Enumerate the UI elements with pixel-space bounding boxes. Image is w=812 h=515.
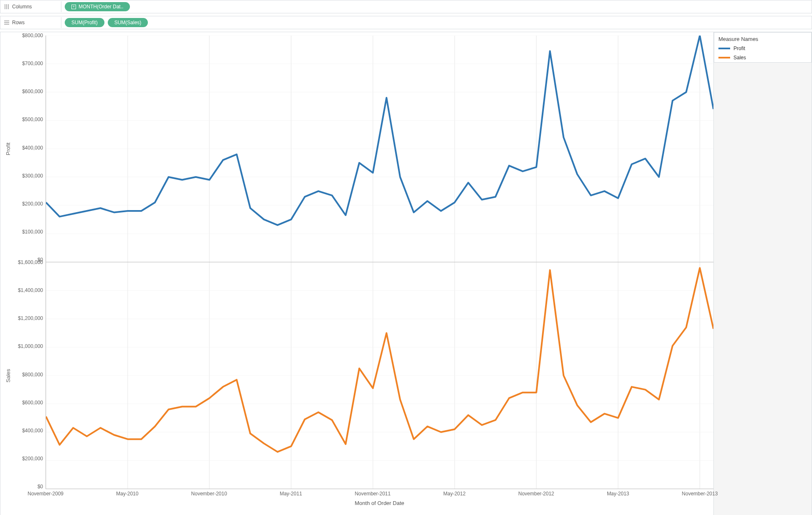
shelves: Columns +MONTH(Order Dat.. Rows SUM(Prof… bbox=[0, 0, 812, 32]
sales-chart-row: Sales $1,600,000$1,400,000$1,200,000$1,0… bbox=[4, 262, 713, 489]
legend-item-profit[interactable]: Profit bbox=[714, 44, 811, 53]
rows-shelf-label: Rows bbox=[3, 17, 61, 28]
profit-plot[interactable] bbox=[46, 36, 713, 262]
legend-title: Measure Names bbox=[714, 33, 811, 44]
x-tick: May-2012 bbox=[443, 491, 465, 497]
profit-chart-row: Profit $800,000$700,000$600,000$500,000$… bbox=[4, 36, 713, 262]
x-tick: November-2013 bbox=[682, 491, 718, 497]
columns-pill-label-0: MONTH(Order Dat.. bbox=[79, 4, 123, 10]
columns-pill-area[interactable]: +MONTH(Order Dat.. bbox=[65, 2, 130, 11]
sales-y-axis-label: Sales bbox=[5, 369, 11, 383]
columns-shelf-label: Columns bbox=[3, 1, 61, 12]
profit-y-axis-title: Profit bbox=[4, 36, 12, 262]
x-axis: Month of Order Date November-2009May-201… bbox=[4, 489, 713, 512]
x-axis-ticks: Month of Order Date November-2009May-201… bbox=[46, 489, 713, 512]
x-tick: November-2011 bbox=[355, 491, 391, 497]
visualization-area: Profit $800,000$700,000$600,000$500,000$… bbox=[0, 32, 812, 515]
legend-panel: Measure Names ProfitSales bbox=[713, 32, 812, 515]
rows-icon bbox=[4, 20, 10, 25]
rows-pill-label-1: SUM(Sales) bbox=[114, 20, 142, 25]
profit-y-ticks: $800,000$700,000$600,000$500,000$400,000… bbox=[12, 36, 46, 262]
legend-swatch-icon bbox=[718, 48, 730, 49]
sales-plot[interactable] bbox=[46, 262, 713, 489]
sales-line[interactable] bbox=[46, 268, 713, 452]
x-axis-title: Month of Order Date bbox=[355, 500, 404, 506]
chart-zone: Profit $800,000$700,000$600,000$500,000$… bbox=[0, 32, 713, 515]
rows-pill-area[interactable]: SUM(Profit)SUM(Sales) bbox=[65, 18, 148, 27]
x-tick: November-2009 bbox=[28, 491, 63, 497]
columns-shelf[interactable]: Columns +MONTH(Order Dat.. bbox=[0, 0, 812, 13]
legend-item-label: Profit bbox=[733, 46, 745, 51]
legend-item-label: Sales bbox=[733, 55, 746, 61]
x-tick: November-2012 bbox=[518, 491, 554, 497]
profit-y-axis-label: Profit bbox=[5, 142, 11, 155]
x-tick: May-2013 bbox=[607, 491, 629, 497]
rows-shelf[interactable]: Rows SUM(Profit)SUM(Sales) bbox=[0, 16, 812, 29]
x-tick: May-2010 bbox=[116, 491, 138, 497]
sales-y-axis-title: Sales bbox=[4, 262, 12, 489]
rows-pill-1[interactable]: SUM(Sales) bbox=[108, 18, 148, 27]
columns-shelf-text: Columns bbox=[12, 4, 32, 10]
expand-icon[interactable]: + bbox=[71, 5, 76, 9]
columns-pill-0[interactable]: +MONTH(Order Dat.. bbox=[65, 2, 130, 11]
legend-swatch-icon bbox=[718, 57, 730, 58]
x-tick: November-2010 bbox=[191, 491, 227, 497]
rows-pill-label-0: SUM(Profit) bbox=[71, 20, 98, 25]
columns-icon bbox=[4, 4, 10, 10]
rows-shelf-text: Rows bbox=[12, 20, 25, 25]
legend-card: Measure Names ProfitSales bbox=[714, 32, 812, 63]
legend-item-sales[interactable]: Sales bbox=[714, 53, 811, 62]
rows-pill-0[interactable]: SUM(Profit) bbox=[65, 18, 104, 27]
profit-line[interactable] bbox=[46, 36, 713, 225]
sales-y-ticks: $1,600,000$1,400,000$1,200,000$1,000,000… bbox=[12, 262, 46, 489]
x-tick: May-2011 bbox=[280, 491, 302, 497]
